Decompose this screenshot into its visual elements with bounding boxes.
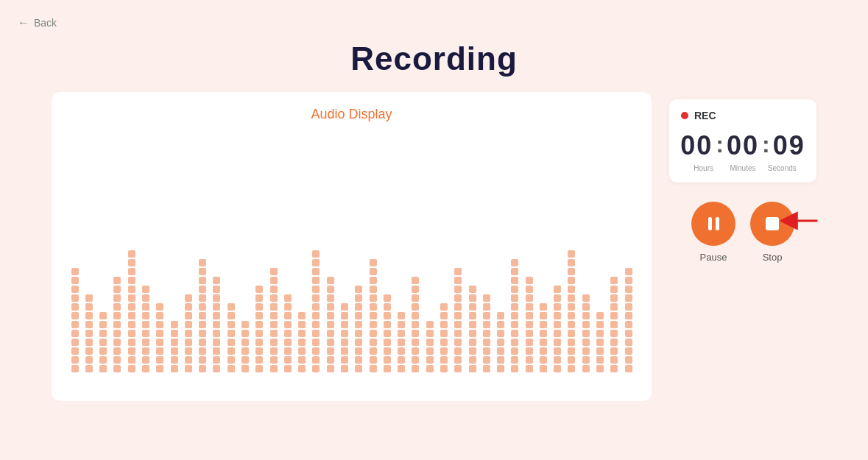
bar-segment	[284, 321, 292, 328]
bar-segment	[99, 356, 107, 364]
bar-segment	[156, 321, 163, 328]
bar-group	[552, 286, 563, 372]
bar-segment	[412, 277, 419, 284]
bar-group	[140, 286, 151, 372]
bar-segment	[213, 277, 220, 284]
bar-segment	[241, 321, 249, 328]
bar-segment	[355, 312, 362, 319]
bar-segment	[483, 339, 490, 346]
bar-segment	[213, 294, 220, 302]
bar-segment	[270, 347, 278, 355]
bar-segment	[582, 347, 590, 355]
bar-segment	[71, 294, 79, 302]
bar-segment	[568, 303, 575, 311]
bar-segment	[312, 277, 320, 284]
bar-segment	[554, 347, 561, 355]
bar-segment	[270, 312, 278, 319]
bar-segment	[185, 356, 192, 364]
bar-segment	[596, 365, 604, 372]
bar-segment	[412, 321, 419, 328]
bar-segment	[312, 365, 320, 372]
bar-segment	[454, 268, 462, 275]
bar-segment	[625, 330, 632, 337]
bar-segment	[171, 321, 178, 328]
bar-segment	[370, 286, 377, 293]
bar-segment	[426, 321, 434, 328]
bar-segment	[596, 356, 604, 364]
bar-segment	[398, 365, 405, 372]
bar-segment	[384, 294, 391, 302]
bar-segment	[213, 347, 220, 355]
bar-segment	[85, 330, 93, 337]
bar-segment	[213, 330, 220, 337]
bar-segment	[540, 347, 547, 355]
bar-segment	[312, 259, 320, 266]
bar-segment	[128, 294, 135, 302]
bar-segment	[355, 286, 362, 293]
bar-segment	[526, 286, 533, 293]
bar-segment	[298, 321, 306, 328]
bar-segment	[171, 356, 178, 364]
bar-segment	[255, 356, 263, 364]
bar-segment	[596, 321, 604, 328]
bar-segment	[370, 347, 377, 355]
bar-segment	[71, 330, 79, 337]
bar-group	[112, 277, 123, 372]
bar-segment	[568, 356, 575, 364]
bar-segment	[142, 303, 149, 311]
bar-segment	[398, 330, 405, 337]
bar-segment	[241, 347, 249, 355]
bar-segment	[454, 330, 462, 337]
bar-segment	[312, 303, 320, 311]
bar-segment	[440, 321, 448, 328]
bar-segment	[596, 312, 604, 319]
bar-segment	[384, 347, 391, 355]
bar-segment	[540, 356, 547, 364]
bar-segment	[85, 303, 93, 311]
bar-segment	[298, 330, 306, 337]
bar-segment	[113, 277, 121, 284]
bar-segment	[113, 286, 121, 293]
bar-segment	[270, 268, 278, 275]
bar-segment	[199, 268, 206, 275]
waveform-area	[69, 130, 634, 372]
bar-segment	[71, 321, 79, 328]
bar-segment	[370, 330, 377, 337]
bar-segment	[625, 312, 632, 319]
bar-segment	[128, 286, 135, 293]
bar-segment	[128, 356, 135, 364]
bar-segment	[469, 365, 476, 372]
pause-button[interactable]	[691, 202, 735, 246]
bar-segment	[568, 268, 575, 275]
bar-segment	[199, 294, 206, 302]
bar-segment	[85, 339, 93, 346]
bar-segment	[625, 294, 632, 302]
bar-segment	[284, 356, 292, 364]
bar-segment	[511, 330, 518, 337]
back-label: Back	[34, 17, 57, 29]
bar-segment	[142, 321, 149, 328]
back-button[interactable]: ← Back	[18, 16, 57, 29]
bar-group	[254, 286, 265, 372]
bar-segment	[384, 312, 391, 319]
bar-segment	[99, 339, 107, 346]
bar-segment	[156, 365, 163, 372]
bar-segment	[511, 286, 518, 293]
bar-segment	[610, 347, 618, 355]
bar-segment	[199, 365, 206, 372]
bar-segment	[596, 330, 604, 337]
bar-group	[211, 277, 222, 372]
bar-segment	[526, 321, 533, 328]
bar-segment	[370, 312, 377, 319]
bar-group	[169, 321, 180, 372]
bar-segment	[284, 330, 292, 337]
bar-segment	[582, 303, 590, 311]
bar-segment	[511, 339, 518, 346]
bar-segment	[568, 259, 575, 266]
bar-segment	[625, 347, 632, 355]
bar-segment	[511, 365, 518, 372]
bar-segment	[128, 321, 135, 328]
bar-segment	[312, 286, 320, 293]
bar-segment	[568, 250, 575, 258]
bar-segment	[526, 303, 533, 311]
